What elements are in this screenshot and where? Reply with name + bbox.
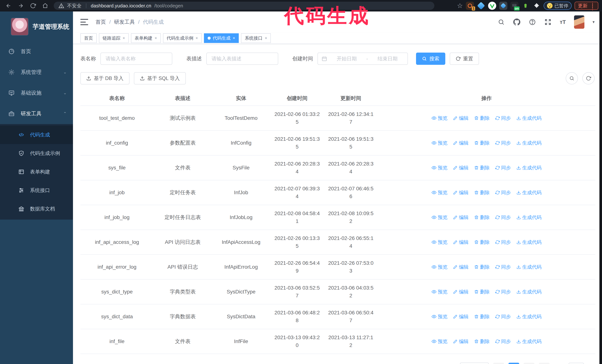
preview-action[interactable]: 预览 [431, 313, 448, 320]
tab-form-builder[interactable]: 表单构建× [131, 33, 161, 43]
sync-action[interactable]: 同步 [495, 164, 511, 171]
sync-action[interactable]: 同步 [495, 239, 511, 246]
generate-code-action[interactable]: 生成代码 [516, 239, 542, 246]
generate-code-action[interactable]: 生成代码 [516, 338, 542, 345]
edit-action[interactable]: 编辑 [453, 139, 469, 147]
date-range-picker[interactable]: 开始日期 - 结束日期 [317, 52, 408, 65]
delete-action[interactable]: 删除 [474, 164, 490, 171]
preview-action[interactable]: 预览 [431, 189, 448, 196]
sync-action[interactable]: 同步 [495, 189, 511, 196]
sidebar-item-db-doc[interactable]: 数据库文档 [0, 200, 73, 218]
delete-action[interactable]: 删除 [474, 214, 490, 221]
tab-tracing[interactable]: 链路追踪× [99, 33, 129, 43]
generate-code-action[interactable]: 生成代码 [516, 164, 542, 171]
page-size-select[interactable]: 10条/页 ⌄ [460, 363, 489, 364]
delete-action[interactable]: 删除 [474, 338, 490, 345]
generate-code-action[interactable]: 生成代码 [516, 214, 542, 221]
close-icon[interactable]: × [155, 36, 157, 41]
delete-action[interactable]: 删除 [474, 239, 490, 246]
github-icon[interactable] [513, 18, 520, 26]
table-row[interactable]: inf_file 文件表 InfFile 2021-03-13 09:43:20… [80, 329, 595, 354]
menu-dots-icon[interactable]: ⋮⋮⋮ [590, 2, 595, 10]
table-row[interactable]: sys_file 文件表 SysFile 2021-02-06 20:28:34… [80, 155, 595, 180]
font-size-icon[interactable]: тT [560, 19, 566, 25]
extension-icon-grid-gem[interactable] [499, 2, 507, 10]
sidebar-item-codegen[interactable]: 代码生成 [0, 125, 73, 144]
page-button-1[interactable]: 1 [508, 363, 519, 364]
browser-update-button[interactable]: 更新 ⋮⋮⋮ [575, 2, 598, 10]
edit-action[interactable]: 编辑 [453, 189, 469, 196]
sidebar-item-system-api[interactable]: 系统接口 [0, 181, 73, 200]
preview-action[interactable]: 预览 [431, 214, 448, 221]
next-page-button[interactable]: › [539, 363, 549, 364]
extension-icon-orange[interactable]: 1 [466, 2, 474, 10]
edit-action[interactable]: 编辑 [453, 313, 469, 320]
bookmark-star-icon[interactable]: ☆ [457, 2, 463, 9]
delete-action[interactable]: 删除 [474, 313, 490, 320]
breadcrumb-home[interactable]: 首页 [96, 19, 106, 26]
toggle-search-button[interactable] [566, 72, 578, 84]
table-row[interactable]: sys_dict_type 字典类型表 SysDictType 2021-03-… [80, 279, 595, 304]
address-bar[interactable]: 不安全 dashboard.yudao.iocoder.cn/tool/code… [54, 2, 434, 10]
sidebar-item-system[interactable]: 系统管理 ⌄ [0, 62, 73, 83]
close-icon[interactable]: × [196, 36, 198, 41]
sync-action[interactable]: 同步 [495, 338, 511, 345]
extension-icon-green-creature[interactable] [521, 2, 530, 10]
table-row[interactable]: inf_api_error_log API 错误日志 InfApiErrorLo… [80, 255, 595, 279]
preview-action[interactable]: 预览 [431, 239, 448, 246]
search-button[interactable]: 搜索 [416, 52, 445, 65]
header-search-icon[interactable] [497, 18, 505, 26]
refresh-table-button[interactable] [582, 72, 595, 84]
goto-page-input[interactable] [569, 363, 584, 364]
hamburger-icon[interactable] [80, 19, 88, 25]
edit-action[interactable]: 编辑 [453, 288, 469, 295]
generate-code-action[interactable]: 生成代码 [516, 114, 542, 122]
delete-action[interactable]: 删除 [474, 189, 490, 196]
profile-paused-chip[interactable]: 已暂停 [544, 2, 572, 10]
browser-back-icon[interactable] [5, 2, 12, 9]
delete-action[interactable]: 删除 [474, 114, 490, 122]
preview-action[interactable]: 预览 [431, 338, 448, 345]
edit-action[interactable]: 编辑 [453, 114, 469, 122]
extension-icon-green-check[interactable] [488, 2, 496, 10]
extension-icon-dark-on[interactable]: on [510, 2, 518, 10]
close-icon[interactable]: × [265, 36, 267, 41]
browser-forward-icon[interactable] [17, 2, 24, 9]
preview-action[interactable]: 预览 [431, 139, 448, 147]
sync-action[interactable]: 同步 [495, 114, 511, 122]
edit-action[interactable]: 编辑 [453, 239, 469, 246]
edit-action[interactable]: 编辑 [453, 338, 469, 345]
edit-action[interactable]: 编辑 [453, 263, 469, 271]
prev-page-button[interactable]: ‹ [493, 363, 504, 364]
page-button-2[interactable]: 2 [524, 363, 534, 364]
help-icon[interactable] [529, 18, 536, 26]
fullscreen-icon[interactable] [544, 18, 552, 26]
generate-code-action[interactable]: 生成代码 [516, 288, 542, 295]
app-logo[interactable]: 芋道管理系统 [0, 11, 73, 41]
sidebar-item-form-builder[interactable]: 表单构建 [0, 163, 73, 181]
sync-action[interactable]: 同步 [495, 263, 511, 271]
browser-reload-icon[interactable] [30, 2, 36, 9]
table-row[interactable]: inf_job 定时任务表 InfJob 2021-02-07 06:39:34… [80, 180, 595, 205]
tab-system-api[interactable]: 系统接口× [241, 33, 271, 43]
generate-code-action[interactable]: 生成代码 [516, 139, 542, 147]
reset-button[interactable]: 重置 [450, 52, 479, 65]
sync-action[interactable]: 同步 [495, 288, 511, 295]
sidebar-item-codegen-example[interactable]: 代码生成示例 [0, 144, 73, 163]
import-db-button[interactable]: 基于 DB 导入 [80, 72, 129, 84]
table-row[interactable]: sys_dict_data 字典数据表 SysDictData 2021-03-… [80, 304, 595, 329]
sidebar-item-home[interactable]: 首页 [0, 41, 73, 62]
preview-action[interactable]: 预览 [431, 114, 448, 122]
sync-action[interactable]: 同步 [495, 139, 511, 147]
sync-action[interactable]: 同步 [495, 214, 511, 221]
delete-action[interactable]: 删除 [474, 139, 490, 147]
table-row[interactable]: tool_test_demo 测试示例表 ToolTestDemo 2021-0… [80, 106, 595, 131]
preview-action[interactable]: 预览 [431, 164, 448, 171]
table-row[interactable]: inf_config 参数配置表 InfConfig 2021-02-06 19… [80, 131, 595, 155]
preview-action[interactable]: 预览 [431, 263, 448, 271]
sidebar-item-infra[interactable]: 基础设施 ⌄ [0, 83, 73, 103]
edit-action[interactable]: 编辑 [453, 164, 469, 171]
extension-icon-gem[interactable] [477, 2, 485, 10]
edit-action[interactable]: 编辑 [453, 214, 469, 221]
browser-home-icon[interactable] [42, 2, 49, 9]
